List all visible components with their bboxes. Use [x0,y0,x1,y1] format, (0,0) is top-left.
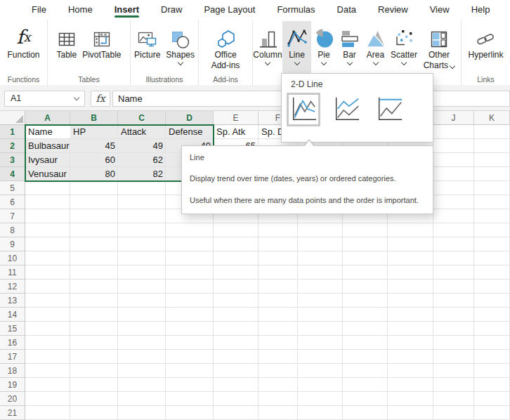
gridline [25,265,510,265]
line-dropdown-chevron-icon [294,60,299,65]
gridline [25,335,510,336]
row-header-15[interactable]: 15 [0,322,25,336]
line-tooltip: Line Display trend over time (dates, yea… [181,145,433,214]
row-header-14[interactable]: 14 [0,308,25,322]
line-chart-icon [286,22,308,49]
row-header-3[interactable]: 3 [0,153,25,167]
office-addins-button[interactable]: Office Add-ins [209,21,243,74]
gridline [25,363,510,364]
group-label-links: Links [462,74,510,86]
function-button[interactable]: fx Function [4,21,42,74]
menu-file[interactable]: File [32,0,46,20]
column-chart-button[interactable]: Column [253,21,282,74]
row-header-21[interactable]: 21 [0,406,25,420]
bar-chart-icon [339,22,360,49]
column-header-D[interactable]: D [166,111,214,125]
column-header-A[interactable]: A [25,111,70,125]
row-header-6[interactable]: 6 [0,195,25,209]
tooltip-title: Line [190,152,425,163]
column-header-E[interactable]: E [214,111,259,125]
menu-review[interactable]: Review [378,0,408,20]
row-header-18[interactable]: 18 [0,364,25,378]
group-illustrations: Picture Shapes Illustrations [131,20,199,86]
other-charts-button[interactable]: Other Charts [419,21,459,74]
menu-view[interactable]: View [430,0,450,20]
picture-button[interactable]: Picture [131,21,163,74]
gridline [25,321,510,322]
gridline [25,293,510,294]
name-box-chevron-icon [74,95,79,100]
column-header-B[interactable]: B [70,111,118,125]
scatter-chart-icon [393,22,414,49]
gridline [25,237,510,237]
gridline [25,391,510,392]
hyperlink-icon [474,22,497,49]
row-header-20[interactable]: 20 [0,392,25,406]
group-links: Hyperlink Links [462,20,510,86]
row-header-12[interactable]: 12 [0,280,25,294]
table-button[interactable]: Table [53,21,79,74]
menu-insert[interactable]: Insert [115,0,139,20]
row-header-4[interactable]: 4 [0,167,25,181]
group-label-tables: Tables [48,74,130,86]
shapes-button[interactable]: Shapes [163,21,197,74]
bar-chart-button[interactable]: Bar [336,21,362,74]
menu-help[interactable]: Help [471,0,490,20]
select-all-corner[interactable] [0,111,25,125]
area-dropdown-chevron-icon [372,60,378,65]
menu-data[interactable]: Data [337,0,356,20]
row-header-7[interactable]: 7 [0,209,25,223]
100-stacked-line-chart-thumb[interactable] [372,93,406,126]
row-header-9[interactable]: 9 [0,237,25,251]
name-box[interactable]: A1 [4,91,85,107]
row-header-1[interactable]: 1 [0,125,25,139]
scatter-dropdown-chevron-icon [401,60,407,65]
row-header-19[interactable]: 19 [0,378,25,392]
group-tables: Table [48,20,131,86]
menu-formulas[interactable]: Formulas [277,0,315,20]
area-chart-button[interactable]: Area [362,21,388,74]
row-header-10[interactable]: 10 [0,251,25,265]
stacked-line-chart-thumb[interactable] [329,93,363,126]
shapes-dropdown-chevron-icon [177,60,183,65]
column-header-K[interactable]: K [474,111,510,125]
line-chart-button[interactable]: Line [282,21,311,74]
pie-chart-button[interactable]: Pie [311,21,336,74]
group-label-functions: Functions [0,74,47,86]
excel-window: File Home Insert Draw Page Layout Formul… [0,0,510,420]
row-header-16[interactable]: 16 [0,336,25,350]
insert-function-button[interactable]: fx [91,91,110,107]
group-addins: Office Add-ins Add-ins [199,20,253,86]
pie-chart-icon [313,22,335,49]
column-header-C[interactable]: C [118,111,166,125]
function-fx-icon: fx [16,22,30,49]
hyperlink-button[interactable]: Hyperlink [465,21,506,74]
row-header-8[interactable]: 8 [0,223,25,237]
scatter-chart-button[interactable]: Scatter [388,21,419,74]
tooltip-paragraph-2: Useful when there are many data points a… [190,195,425,206]
formula-bar: A1 fx Name [0,87,510,111]
row-header-2[interactable]: 2 [0,139,25,153]
pivottable-button[interactable]: PivotTable [79,21,124,74]
pie-dropdown-chevron-icon [321,60,327,65]
select-all-triangle-icon [15,115,23,123]
group-label-addins: Add-ins [199,74,252,86]
cell-E1[interactable]: Sp. Atk [214,125,259,139]
line-chart-flyout: 2-D Line [281,73,433,143]
row-header-5[interactable]: 5 [0,181,25,195]
group-functions: fx Function Functions [0,20,48,86]
column-header-J[interactable]: J [433,111,474,125]
menu-home[interactable]: Home [68,0,93,20]
menu-draw[interactable]: Draw [161,0,182,20]
gridline [25,251,510,251]
other-charts-icon [429,22,449,49]
row-header-13[interactable]: 13 [0,294,25,308]
line-chart-thumb[interactable] [287,93,320,126]
menu-page-layout[interactable]: Page Layout [204,0,255,20]
group-label-illustrations: Illustrations [131,74,198,86]
row-header-11[interactable]: 11 [0,265,25,280]
picture-icon [137,22,158,49]
menu-bar: File Home Insert Draw Page Layout Formul… [0,0,510,20]
row-header-17[interactable]: 17 [0,350,25,364]
column-dropdown-chevron-icon [265,60,270,65]
